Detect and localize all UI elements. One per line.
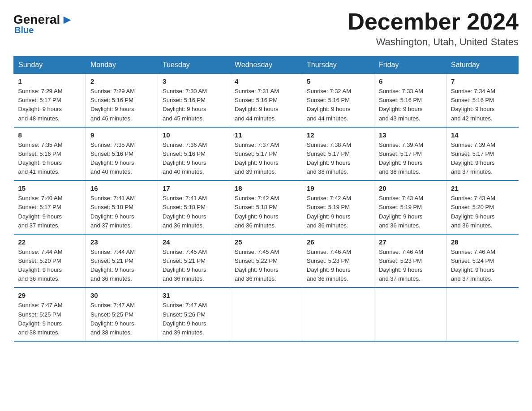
- weekday-header-tuesday: Tuesday: [158, 56, 230, 74]
- day-number: 8: [18, 131, 82, 139]
- day-info: Sunrise: 7:36 AMSunset: 5:16 PMDaylight:…: [163, 141, 225, 177]
- logo-arrow-icon: ►: [61, 13, 73, 27]
- day-cell: 7Sunrise: 7:34 AMSunset: 5:16 PMDaylight…: [446, 74, 519, 127]
- location-title: Washington, Utah, United States: [348, 36, 519, 48]
- day-cell: 29Sunrise: 7:47 AMSunset: 5:25 PMDayligh…: [14, 287, 86, 341]
- week-row-3: 15Sunrise: 7:40 AMSunset: 5:17 PMDayligh…: [14, 180, 519, 234]
- day-cell: 23Sunrise: 7:44 AMSunset: 5:21 PMDayligh…: [86, 234, 158, 288]
- day-cell: 14Sunrise: 7:39 AMSunset: 5:17 PMDayligh…: [446, 127, 519, 181]
- day-cell: 10Sunrise: 7:36 AMSunset: 5:16 PMDayligh…: [158, 127, 230, 181]
- day-number: 28: [451, 238, 514, 246]
- day-number: 17: [163, 184, 225, 192]
- day-cell: [446, 287, 519, 341]
- calendar-table: SundayMondayTuesdayWednesdayThursdayFrid…: [13, 56, 519, 342]
- week-row-1: 1Sunrise: 7:29 AMSunset: 5:17 PMDaylight…: [14, 74, 519, 127]
- day-number: 22: [18, 238, 82, 246]
- day-number: 20: [379, 184, 442, 192]
- page-header: General ► Blue December 2024 Washington,…: [13, 9, 519, 48]
- day-number: 1: [18, 77, 82, 85]
- day-cell: 12Sunrise: 7:38 AMSunset: 5:17 PMDayligh…: [302, 127, 374, 181]
- day-cell: 2Sunrise: 7:29 AMSunset: 5:16 PMDaylight…: [86, 74, 158, 127]
- day-info: Sunrise: 7:40 AMSunset: 5:17 PMDaylight:…: [18, 194, 82, 230]
- day-number: 12: [307, 131, 369, 139]
- day-number: 27: [379, 238, 442, 246]
- weekday-header-friday: Friday: [374, 56, 446, 74]
- title-area: December 2024 Washington, Utah, United S…: [348, 9, 519, 48]
- day-info: Sunrise: 7:46 AMSunset: 5:23 PMDaylight:…: [379, 248, 442, 284]
- day-info: Sunrise: 7:46 AMSunset: 5:23 PMDaylight:…: [307, 248, 369, 284]
- day-info: Sunrise: 7:44 AMSunset: 5:20 PMDaylight:…: [18, 248, 82, 284]
- day-cell: 9Sunrise: 7:35 AMSunset: 5:16 PMDaylight…: [86, 127, 158, 181]
- day-number: 19: [307, 184, 369, 192]
- day-cell: 25Sunrise: 7:45 AMSunset: 5:22 PMDayligh…: [230, 234, 302, 288]
- day-number: 16: [90, 184, 153, 192]
- day-info: Sunrise: 7:46 AMSunset: 5:24 PMDaylight:…: [451, 248, 514, 284]
- day-cell: 11Sunrise: 7:37 AMSunset: 5:17 PMDayligh…: [230, 127, 302, 181]
- weekday-header-saturday: Saturday: [446, 56, 519, 74]
- day-info: Sunrise: 7:42 AMSunset: 5:18 PMDaylight:…: [235, 194, 297, 230]
- weekday-header-sunday: Sunday: [14, 56, 86, 74]
- day-info: Sunrise: 7:35 AMSunset: 5:16 PMDaylight:…: [90, 141, 153, 177]
- day-cell: [302, 287, 374, 341]
- day-cell: 6Sunrise: 7:33 AMSunset: 5:16 PMDaylight…: [374, 74, 446, 127]
- day-number: 25: [235, 238, 297, 246]
- day-number: 14: [451, 131, 514, 139]
- day-number: 30: [90, 291, 153, 299]
- day-cell: 8Sunrise: 7:35 AMSunset: 5:16 PMDaylight…: [14, 127, 86, 181]
- day-info: Sunrise: 7:43 AMSunset: 5:20 PMDaylight:…: [451, 194, 514, 230]
- weekday-header-monday: Monday: [86, 56, 158, 74]
- day-cell: 28Sunrise: 7:46 AMSunset: 5:24 PMDayligh…: [446, 234, 519, 288]
- day-cell: 21Sunrise: 7:43 AMSunset: 5:20 PMDayligh…: [446, 180, 519, 234]
- day-info: Sunrise: 7:29 AMSunset: 5:16 PMDaylight:…: [90, 87, 153, 123]
- day-info: Sunrise: 7:32 AMSunset: 5:16 PMDaylight:…: [307, 87, 369, 123]
- day-number: 11: [235, 131, 297, 139]
- day-cell: 16Sunrise: 7:41 AMSunset: 5:18 PMDayligh…: [86, 180, 158, 234]
- day-cell: 19Sunrise: 7:42 AMSunset: 5:19 PMDayligh…: [302, 180, 374, 234]
- day-info: Sunrise: 7:35 AMSunset: 5:16 PMDaylight:…: [18, 141, 82, 177]
- day-info: Sunrise: 7:43 AMSunset: 5:19 PMDaylight:…: [379, 194, 442, 230]
- day-info: Sunrise: 7:47 AMSunset: 5:26 PMDaylight:…: [163, 301, 225, 337]
- day-cell: 22Sunrise: 7:44 AMSunset: 5:20 PMDayligh…: [14, 234, 86, 288]
- day-cell: [230, 287, 302, 341]
- day-info: Sunrise: 7:44 AMSunset: 5:21 PMDaylight:…: [90, 248, 153, 284]
- day-cell: 31Sunrise: 7:47 AMSunset: 5:26 PMDayligh…: [158, 287, 230, 341]
- logo-blue-text: Blue: [14, 25, 34, 35]
- weekday-header-wednesday: Wednesday: [230, 56, 302, 74]
- day-number: 2: [90, 77, 153, 85]
- day-number: 29: [18, 291, 82, 299]
- day-number: 26: [307, 238, 369, 246]
- week-row-4: 22Sunrise: 7:44 AMSunset: 5:20 PMDayligh…: [14, 234, 519, 288]
- day-cell: 15Sunrise: 7:40 AMSunset: 5:17 PMDayligh…: [14, 180, 86, 234]
- day-info: Sunrise: 7:33 AMSunset: 5:16 PMDaylight:…: [379, 87, 442, 123]
- day-info: Sunrise: 7:45 AMSunset: 5:22 PMDaylight:…: [235, 248, 297, 284]
- week-row-2: 8Sunrise: 7:35 AMSunset: 5:16 PMDaylight…: [14, 127, 519, 181]
- day-cell: 30Sunrise: 7:47 AMSunset: 5:25 PMDayligh…: [86, 287, 158, 341]
- day-number: 7: [451, 77, 514, 85]
- day-number: 15: [18, 184, 82, 192]
- day-cell: 13Sunrise: 7:39 AMSunset: 5:17 PMDayligh…: [374, 127, 446, 181]
- week-row-5: 29Sunrise: 7:47 AMSunset: 5:25 PMDayligh…: [14, 287, 519, 341]
- day-cell: 4Sunrise: 7:31 AMSunset: 5:16 PMDaylight…: [230, 74, 302, 127]
- day-number: 13: [379, 131, 442, 139]
- day-cell: 27Sunrise: 7:46 AMSunset: 5:23 PMDayligh…: [374, 234, 446, 288]
- day-info: Sunrise: 7:38 AMSunset: 5:17 PMDaylight:…: [307, 141, 369, 177]
- day-info: Sunrise: 7:34 AMSunset: 5:16 PMDaylight:…: [451, 87, 514, 123]
- day-number: 9: [90, 131, 153, 139]
- day-number: 23: [90, 238, 153, 246]
- day-info: Sunrise: 7:42 AMSunset: 5:19 PMDaylight:…: [307, 194, 369, 230]
- day-info: Sunrise: 7:47 AMSunset: 5:25 PMDaylight:…: [18, 301, 82, 337]
- day-cell: 5Sunrise: 7:32 AMSunset: 5:16 PMDaylight…: [302, 74, 374, 127]
- day-number: 18: [235, 184, 297, 192]
- logo: General ► Blue: [13, 9, 74, 35]
- day-cell: 1Sunrise: 7:29 AMSunset: 5:17 PMDaylight…: [14, 74, 86, 127]
- day-info: Sunrise: 7:30 AMSunset: 5:16 PMDaylight:…: [163, 87, 225, 123]
- day-cell: [374, 287, 446, 341]
- day-info: Sunrise: 7:47 AMSunset: 5:25 PMDaylight:…: [90, 301, 153, 337]
- month-title: December 2024: [348, 9, 519, 34]
- day-info: Sunrise: 7:37 AMSunset: 5:17 PMDaylight:…: [235, 141, 297, 177]
- day-info: Sunrise: 7:45 AMSunset: 5:21 PMDaylight:…: [163, 248, 225, 284]
- day-cell: 17Sunrise: 7:41 AMSunset: 5:18 PMDayligh…: [158, 180, 230, 234]
- weekday-header-row: SundayMondayTuesdayWednesdayThursdayFrid…: [14, 56, 519, 74]
- day-info: Sunrise: 7:41 AMSunset: 5:18 PMDaylight:…: [90, 194, 153, 230]
- day-info: Sunrise: 7:39 AMSunset: 5:17 PMDaylight:…: [379, 141, 442, 177]
